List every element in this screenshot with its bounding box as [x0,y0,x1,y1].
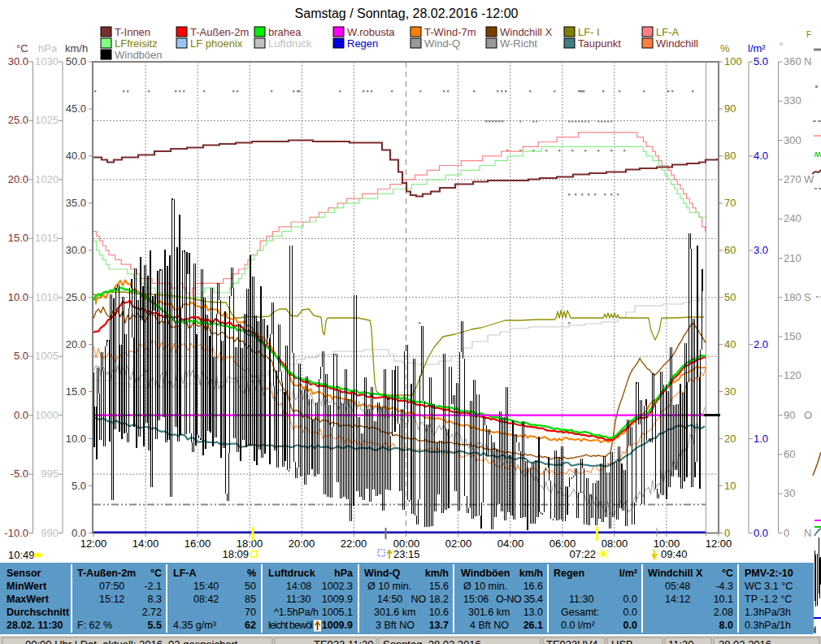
svg-text:1025: 1025 [35,114,59,126]
svg-text:20:00: 20:00 [289,537,315,550]
svg-text:Regen: Regen [554,568,584,579]
svg-text:WC 3.1 °C: WC 3.1 °C [745,581,793,592]
svg-text:brahea: brahea [268,26,302,38]
svg-text:16:00: 16:00 [185,537,211,550]
svg-text:TE923 11:30: TE923 11:30 [314,638,373,644]
svg-text:1.3hPa/3h: 1.3hPa/3h [745,607,791,618]
svg-text:120: 120 [784,369,801,381]
svg-text:2.08: 2.08 [714,607,733,618]
svg-text:20.0: 20.0 [8,173,28,185]
svg-text:4.35 g/m³: 4.35 g/m³ [173,620,216,631]
svg-text:Windchill X: Windchill X [648,568,703,579]
svg-text:08:42: 08:42 [193,594,219,605]
svg-text:11:30: 11:30 [668,638,694,644]
svg-text:16.6: 16.6 [523,581,543,592]
svg-text:50.0: 50.0 [66,55,86,67]
svg-text:1009.9: 1009.9 [322,620,353,631]
svg-text:Gesamt:: Gesamt: [561,607,599,618]
svg-text:3 Bft NO: 3 Bft NO [376,620,415,631]
svg-text:14:08: 14:08 [286,581,311,592]
svg-text:990: 990 [41,527,59,539]
svg-text:2.72: 2.72 [142,607,162,618]
svg-text:MinWert: MinWert [7,581,47,592]
svg-text:270: 270 [784,173,801,185]
svg-text:10: 10 [724,480,736,492]
svg-text:07:50: 07:50 [99,581,124,592]
svg-text:20.0: 20.0 [66,338,86,350]
svg-text:NO 18.2: NO 18.2 [410,594,449,605]
svg-text:Luftdruck: Luftdruck [268,568,315,579]
svg-text:USB: USB [611,638,633,644]
svg-text:10.1: 10.1 [714,594,733,605]
svg-text:Sonntag, 28.02.2016: Sonntag, 28.02.2016 [383,638,481,644]
svg-text:l/m²: l/m² [619,568,637,579]
svg-text:-10.0: -10.0 [4,527,28,539]
svg-text:50: 50 [245,581,256,592]
svg-text:leicht bewöl: leicht bewöl [268,620,313,631]
svg-text:Sensor: Sensor [7,568,41,579]
svg-text:hPa: hPa [38,42,58,54]
svg-text:100: 100 [724,55,742,67]
svg-text:11:30: 11:30 [569,594,593,605]
svg-text:1.0: 1.0 [754,433,768,445]
svg-text:15:40: 15:40 [193,581,219,592]
svg-text:90: 90 [724,102,736,115]
svg-text:0.0: 0.0 [14,409,28,421]
svg-text:210: 210 [784,252,801,264]
svg-text:3.0: 3.0 [754,244,768,256]
svg-text:°C: °C [722,568,733,579]
svg-text:0.0: 0.0 [623,620,637,631]
svg-text:°: ° [780,41,783,50]
svg-text:T-Wind-7m: T-Wind-7m [424,26,476,38]
svg-text:90: 90 [784,409,795,421]
svg-text:85: 85 [245,594,256,605]
svg-text:F: 62 %: F: 62 % [77,620,112,631]
svg-text:-4.3: -4.3 [715,581,733,592]
svg-text:Windchill: Windchill [656,37,698,50]
svg-text:40.0: 40.0 [66,150,86,162]
svg-text:O: O [804,409,812,421]
svg-text:1005.1: 1005.1 [322,607,353,618]
svg-text:1030: 1030 [35,55,59,67]
svg-text:11:30: 11:30 [286,594,311,605]
svg-text:km/h: km/h [425,568,449,579]
svg-text:30.0: 30.0 [8,55,28,67]
svg-text:13.0: 13.0 [523,607,543,618]
svg-text:35.0: 35.0 [66,197,86,209]
svg-text:LF-A: LF-A [656,26,680,38]
svg-text:O-NO 35.4: O-NO 35.4 [496,594,543,605]
svg-text:10.0: 10.0 [66,433,86,445]
svg-text:14:50: 14:50 [377,594,402,605]
svg-text:12:00: 12:00 [80,537,107,550]
svg-text:301.6 km: 301.6 km [468,607,510,618]
svg-text:30.0: 30.0 [66,244,86,256]
svg-text:300: 300 [784,134,801,146]
svg-text:25.0: 25.0 [66,291,86,303]
svg-text:Samstag / Sonntag, 28.02.2016: Samstag / Sonntag, 28.02.2016 -12:00 [295,7,519,20]
svg-text:T-Außen-2m: T-Außen-2m [77,568,136,579]
svg-text:Wind-Q: Wind-Q [424,37,460,50]
svg-text:-2.1: -2.1 [144,581,162,592]
svg-text:13.7: 13.7 [429,620,449,631]
svg-text:Taupunkt: Taupunkt [578,37,621,50]
svg-text:00:00 Uhr | Dat. aktuell: 201: 00:00 Uhr | Dat. aktuell: 2016_02 gespei… [25,638,238,644]
svg-text:25.0: 25.0 [8,114,28,126]
svg-text:09:40: 09:40 [661,548,688,560]
svg-text:Wind-Q: Wind-Q [364,568,401,579]
svg-text:hPa: hPa [334,568,354,579]
svg-text:30: 30 [724,385,736,398]
svg-text:PMV-2:-10: PMV-2:-10 [745,568,793,579]
svg-text:60: 60 [724,244,736,256]
svg-text:1009.9: 1009.9 [322,594,353,605]
svg-text:Luftdruck: Luftdruck [268,37,312,50]
svg-text:15:06: 15:06 [463,594,489,605]
svg-text:0.0: 0.0 [754,527,768,539]
svg-text:Ø 10 min.: Ø 10 min. [367,581,411,592]
svg-text:Windchill X: Windchill X [500,26,553,38]
svg-text:0.0 l/m²: 0.0 l/m² [561,620,595,631]
svg-text:08:00: 08:00 [602,537,628,550]
svg-text:14:12: 14:12 [665,594,690,605]
svg-text:07:22: 07:22 [569,548,596,560]
svg-text:04:00: 04:00 [497,537,524,550]
svg-text:0.0: 0.0 [623,594,637,605]
